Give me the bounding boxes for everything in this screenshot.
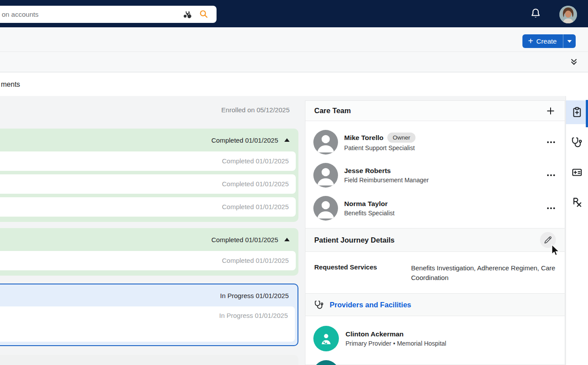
field-value: Benefits Investigation, Adherence Regime… [411, 263, 556, 283]
more-actions-icon[interactable] [546, 172, 556, 179]
plus-icon: + [528, 37, 533, 45]
binoculars-icon[interactable] [182, 9, 193, 20]
field-label: Requested Services [314, 263, 411, 283]
rail-item-insurance[interactable] [566, 160, 588, 184]
person-avatar-icon [313, 196, 338, 221]
collapse-triangle-icon [284, 238, 290, 241]
care-team-member-row[interactable]: Jesse Roberts Field Reimbursement Manage… [313, 159, 556, 192]
journey-stage-completed-1: Completed 01/01/2025 Completed 01/01/202… [0, 129, 298, 222]
edit-button[interactable] [540, 232, 556, 248]
member-name: Norma Taylor [344, 200, 388, 208]
providers-facilities-title: Providers and Facilities [330, 301, 411, 309]
search-placeholder: on accounts [2, 11, 39, 18]
patient-journey-details-title: Patient Journey Details [314, 236, 394, 244]
stage-status-label: In Progress 01/01/2025 [220, 292, 289, 299]
provider-row[interactable]: Clinton Ackerman Primary Provider • Memo… [313, 321, 556, 356]
highlights-collapse-bar [0, 52, 588, 72]
provider-subtitle: Primary Provider • Memorial Hospital [345, 340, 446, 347]
doctor-avatar-icon [313, 326, 339, 351]
member-role: Patient Support Specialist [344, 144, 415, 151]
chevron-down-icon [567, 40, 572, 43]
journey-stage-collapsed[interactable] [0, 355, 298, 365]
global-search-input[interactable]: on accounts [0, 6, 217, 23]
rail-item-prescriptions[interactable] [566, 190, 588, 214]
create-button-label: Create [536, 37, 557, 45]
search-icon[interactable] [199, 9, 209, 19]
more-actions-icon[interactable] [546, 139, 556, 146]
care-team-header: Care Team [305, 101, 565, 121]
care-team-member-row[interactable]: Mike Torello Owner Patient Support Speci… [313, 125, 556, 159]
user-avatar[interactable] [559, 6, 577, 23]
stage-header[interactable]: Completed 01/01/2025 [0, 129, 298, 151]
facility-row[interactable]: Helix Infusion Center [313, 356, 556, 365]
stage-status-label: Completed 01/01/2025 [211, 136, 278, 144]
care-team-list: Mike Torello Owner Patient Support Speci… [305, 121, 565, 228]
stage-task-row[interactable]: Completed 01/01/2025 [0, 151, 296, 171]
column-gap [298, 96, 305, 365]
top-navbar: on accounts [0, 0, 588, 27]
patient-journey-details-header: Patient Journey Details [305, 228, 565, 252]
main-content: Enrolled on 05/12/2025 Completed 01/01/2… [0, 96, 588, 365]
details-panel: Care Team Mike Torello Owner Patient Sup… [305, 100, 565, 365]
member-role: Benefits Specialist [344, 210, 394, 217]
care-team-member-row[interactable]: Norma Taylor Benefits Specialist [313, 192, 556, 225]
stethoscope-icon [571, 136, 583, 148]
stage-status-label: Completed 01/01/2025 [211, 236, 278, 243]
action-bar: + Create [0, 27, 588, 52]
stage-header[interactable]: In Progress 01/01/2025 [0, 284, 298, 306]
facility-avatar-icon [313, 360, 339, 365]
stage-task-row[interactable]: Completed 01/01/2025 [0, 197, 296, 217]
notification-bell-icon[interactable] [529, 7, 542, 20]
create-button[interactable]: + Create [522, 34, 576, 48]
member-name: Jesse Roberts [344, 167, 391, 175]
collapse-triangle-icon [284, 138, 290, 142]
stage-task-row[interactable]: Completed 01/01/2025 [0, 251, 296, 270]
create-dropdown-button[interactable] [563, 34, 576, 48]
stage-task-row[interactable]: In Progress 01/01/2025 [0, 306, 295, 342]
member-name: Mike Torello [344, 134, 383, 142]
stage-task-row[interactable]: Completed 01/01/2025 [0, 174, 296, 194]
add-care-team-member-icon[interactable] [545, 106, 556, 116]
more-actions-icon[interactable] [546, 205, 556, 212]
page-title-row: ments [0, 73, 588, 96]
stage-header[interactable]: Completed 01/01/2025 [0, 228, 298, 251]
rx-icon [571, 196, 583, 208]
journey-stage-in-progress: In Progress 01/01/2025 In Progress 01/01… [0, 284, 298, 346]
rail-item-care-plan[interactable] [566, 100, 588, 124]
enrolled-date: Enrolled on 05/12/2025 [0, 102, 298, 118]
patient-journey-timeline: Enrolled on 05/12/2025 Completed 01/01/2… [0, 96, 298, 365]
requested-services-field: Requested Services Benefits Investigatio… [305, 252, 565, 293]
rail-item-providers[interactable] [566, 130, 588, 154]
providers-list: Clinton Ackerman Primary Provider • Memo… [305, 316, 565, 365]
provider-name: Clinton Ackerman [345, 330, 446, 338]
member-role: Field Reimbursement Manager [344, 177, 429, 184]
person-avatar-icon [313, 130, 338, 155]
providers-facilities-header[interactable]: Providers and Facilities [305, 293, 565, 316]
collapse-all-icon[interactable] [570, 58, 578, 66]
insurance-card-plus-icon [571, 166, 583, 178]
journey-stage-completed-2: Completed 01/01/2025 Completed 01/01/202… [0, 228, 298, 276]
clipboard-plus-icon [571, 107, 583, 118]
page-title: ments [1, 73, 20, 96]
care-team-title: Care Team [314, 107, 351, 115]
owner-badge: Owner [387, 133, 415, 143]
right-icon-rail [566, 96, 588, 365]
person-avatar-icon [313, 163, 338, 188]
stethoscope-icon [314, 300, 324, 310]
